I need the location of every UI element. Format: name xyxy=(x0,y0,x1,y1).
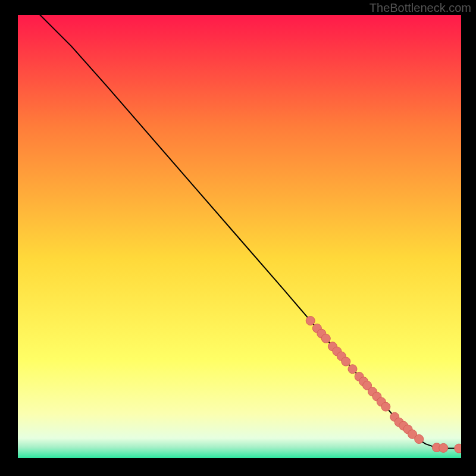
chart-svg xyxy=(18,15,461,458)
plot-background xyxy=(18,15,461,458)
data-marker xyxy=(348,365,357,374)
chart-frame: TheBottleneck.com xyxy=(0,0,476,476)
data-marker xyxy=(439,443,448,452)
data-marker xyxy=(381,402,390,411)
data-marker xyxy=(342,357,350,366)
watermark-label: TheBottleneck.com xyxy=(369,1,471,15)
data-marker xyxy=(455,444,461,453)
data-marker xyxy=(306,317,315,325)
data-marker xyxy=(415,434,424,443)
plot-area xyxy=(18,15,461,458)
data-marker xyxy=(321,334,330,343)
